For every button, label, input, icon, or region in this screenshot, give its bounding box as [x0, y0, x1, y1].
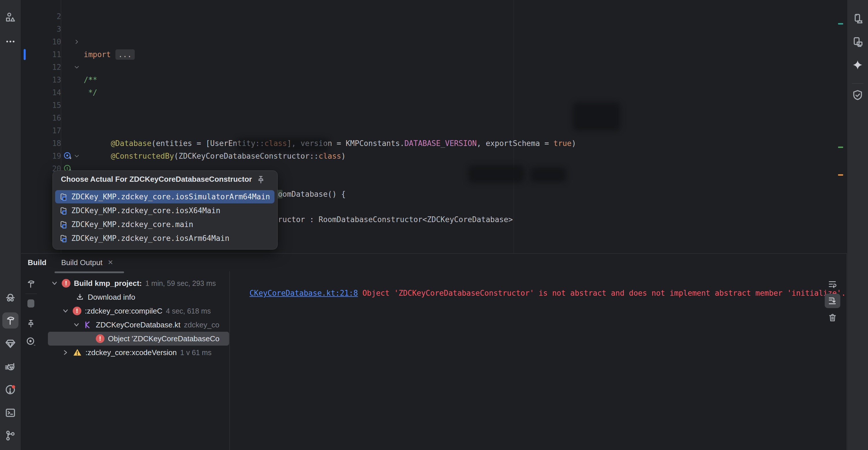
- code-line[interactable]: 14: [21, 73, 846, 86]
- vcs-change-marker[interactable]: [24, 49, 26, 60]
- popup-item-label: ZDCKey_KMP.zdckey_core.iosSimulatorArm64…: [71, 192, 270, 201]
- logcat-tool-button[interactable]: [2, 359, 19, 375]
- gem-icon: [5, 338, 16, 349]
- redaction-smudge: [468, 165, 524, 183]
- build-console[interactable]: CKeyCoreDatabase.kt:21:8 Object 'ZDCKeyC…: [231, 274, 846, 287]
- code-line[interactable]: 11 /**: [21, 35, 846, 48]
- terminal-tool-button[interactable]: [2, 405, 19, 421]
- tree-row-xcode-version[interactable]: :zdckey_core:xcodeVersion 1 v 61 ms: [48, 346, 229, 359]
- soft-wrap-button[interactable]: [825, 277, 840, 291]
- redaction-smudge: [530, 167, 566, 182]
- chevron-down-icon[interactable]: [73, 321, 80, 328]
- code-line[interactable]: 3 import ...: [21, 10, 846, 23]
- analysis-mark-teal[interactable]: [838, 23, 843, 25]
- gem-tool-button[interactable]: [2, 335, 19, 352]
- pin-tab-button[interactable]: [23, 316, 39, 331]
- build-window-title[interactable]: Build: [28, 254, 46, 270]
- popup-item[interactable]: ZDCKey_KMP.zdckey_core.iosSimulatorArm64…: [55, 190, 274, 203]
- scroll-to-end-icon: [828, 296, 837, 306]
- code-line[interactable]: 17 @ConstructedBy(ZDCKeyCoreDatabaseCons…: [21, 111, 846, 124]
- code-line[interactable]: 18 abstract class ZDCKeyCoreDatabase : R…: [21, 124, 846, 137]
- more-icon: [5, 36, 16, 47]
- module-icon: [59, 192, 68, 201]
- build-hammer-icon: [5, 315, 16, 326]
- privacy-tool-button[interactable]: [2, 290, 19, 306]
- tree-row-download-info[interactable]: Download info: [48, 290, 229, 304]
- more-tool-windows-button[interactable]: [2, 33, 19, 50]
- tree-label: ZDCKeyCoreDatabase.kt: [96, 320, 180, 329]
- eye-icon: [26, 336, 36, 347]
- hammer-icon: [26, 279, 36, 289]
- error-icon: !: [96, 334, 104, 343]
- popup-item[interactable]: ZDCKey_KMP.zdckey_core.iosX64Main: [55, 204, 274, 217]
- tree-row-kotlin-file[interactable]: ZDCKeyCoreDatabase.kt zdckey_co: [48, 318, 229, 332]
- tree-row-error-message[interactable]: ! Object 'ZDCKeyCoreDatabaseCo: [48, 332, 229, 346]
- code-line[interactable]: 2: [21, 0, 846, 10]
- module-icon: [59, 206, 68, 215]
- quality-insights-tool-button[interactable]: [2, 382, 19, 398]
- shield-check-icon: [852, 89, 863, 101]
- device-manager-icon: [852, 36, 863, 47]
- pin-icon[interactable]: [256, 175, 266, 185]
- gemini-sparkle-icon: [852, 59, 863, 71]
- policy-insights-tool-button[interactable]: [849, 87, 866, 103]
- right-tool-stripe: [847, 0, 868, 450]
- soft-wrap-icon: [828, 279, 837, 289]
- popup-title: Choose Actual For ZDCKeyCoreDatabaseCons…: [61, 175, 252, 184]
- code-line[interactable]: 10: [21, 23, 846, 35]
- tab-scrollbar[interactable]: [55, 271, 124, 273]
- tree-label: Build kmp_project:: [74, 279, 142, 288]
- version-control-tool-button[interactable]: [2, 427, 19, 444]
- code-line[interactable]: 19 I abstract fun getUserDao(): UserDao: [21, 137, 846, 150]
- trash-icon: [828, 313, 837, 322]
- tree-label: :zdckey_core:xcodeVersion: [85, 348, 177, 357]
- tree-row-build-root[interactable]: ! Build kmp_project: 1 min, 59 sec, 293 …: [48, 276, 229, 290]
- code-line[interactable]: 13 */: [21, 61, 846, 73]
- popup-item-label: ZDCKey_KMP.zdckey_core.main: [71, 220, 193, 229]
- panel-divider[interactable]: [21, 253, 847, 254]
- rerun-build-button[interactable]: [23, 276, 39, 291]
- tree-label: :zdckey_core:compileC: [85, 307, 162, 316]
- scroll-to-end-button[interactable]: [825, 294, 840, 308]
- popup-item[interactable]: ZDCKey_KMP.zdckey_core.iosArm64Main: [55, 232, 274, 245]
- incognito-icon: [5, 292, 16, 303]
- running-devices-tool-button[interactable]: [849, 11, 866, 27]
- chevron-right-icon[interactable]: [62, 349, 69, 356]
- build-tool-button[interactable]: [2, 312, 19, 328]
- filter-view-button[interactable]: [23, 334, 39, 349]
- gemini-tool-button[interactable]: [849, 57, 866, 73]
- chevron-down-icon[interactable]: [62, 307, 69, 315]
- code-line[interactable]: 12 *: [21, 48, 846, 61]
- tree-duration: 1 v 61 ms: [180, 349, 212, 357]
- pin-icon: [26, 319, 36, 328]
- tree-label: Object 'ZDCKeyCoreDatabaseCo: [108, 334, 219, 343]
- device-manager-tool-button[interactable]: [849, 34, 866, 50]
- tab-build-output[interactable]: Build Output: [61, 254, 102, 270]
- code-line[interactable]: 16 @Database(entities = [UserEntity::cla…: [21, 99, 846, 111]
- stop-icon: [27, 299, 34, 308]
- code-line[interactable]: 20 }: [21, 150, 846, 162]
- popup-item[interactable]: ZDCKey_KMP.zdckey_core.main: [55, 218, 274, 231]
- module-icon: [59, 220, 68, 229]
- error-icon: !: [73, 307, 82, 315]
- analysis-mark-green[interactable]: [838, 147, 843, 148]
- analysis-mark-orange[interactable]: [838, 174, 843, 176]
- left-tool-stripe: [0, 0, 21, 450]
- tree-label: Download info: [88, 293, 135, 302]
- tree-row-compile-task[interactable]: ! :zdckey_core:compileC 4 sec, 618 ms: [48, 304, 229, 318]
- file-location-link[interactable]: CKeyCoreDatabase.kt:21:8: [250, 289, 358, 297]
- ide-window: 2 3 import ... 10 11 /** 12 * 13 */ 14 1…: [0, 0, 868, 450]
- code-line[interactable]: 15: [21, 86, 846, 99]
- tree-suffix: zdckey_co: [184, 320, 219, 329]
- close-icon[interactable]: ×: [108, 254, 113, 270]
- kotlin-file-icon: [84, 320, 92, 329]
- redaction-smudge: [573, 102, 620, 131]
- terminal-icon: [5, 407, 16, 419]
- structure-tool-button[interactable]: [2, 9, 19, 26]
- stop-button[interactable]: [23, 296, 39, 311]
- clear-all-button[interactable]: [825, 310, 840, 325]
- tree-console-divider[interactable]: [229, 271, 230, 450]
- download-icon: [75, 293, 84, 301]
- chevron-down-icon[interactable]: [51, 280, 58, 287]
- redaction-smudge: [237, 138, 329, 152]
